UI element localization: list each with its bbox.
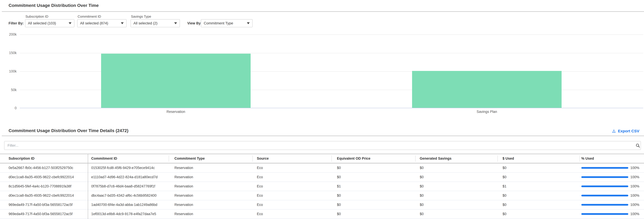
table-header-row: Subscription ID Commitment ID Commitment… bbox=[0, 154, 644, 163]
cell-dollar-used: $0 bbox=[498, 166, 580, 170]
export-csv-label: Export CSV bbox=[618, 129, 639, 133]
cell-percent-used: 100% bbox=[580, 193, 644, 197]
chevron-down-icon bbox=[247, 22, 250, 24]
usage-progress-track bbox=[581, 176, 628, 178]
savings-type-dropdown-value: All selected (2) bbox=[134, 21, 158, 25]
cell-commitment-id: 1ef0013d-e8b8-4dc9-9178-e4fa27daa7e5 bbox=[88, 212, 169, 216]
table-filter-input[interactable] bbox=[4, 141, 641, 150]
cell-generated-savings: $0 bbox=[415, 203, 498, 207]
column-header-generated-savings[interactable]: Generated Savings bbox=[415, 154, 498, 163]
commitment-usage-dashboard: Commitment Usage Distribution Over Time … bbox=[0, 0, 644, 219]
section-divider bbox=[2, 136, 644, 136]
view-by-dropdown[interactable]: Commitment Type bbox=[201, 19, 252, 27]
table-row: d0ec1ca8-8a35-4935-9622-cbefc9922014 dbc… bbox=[0, 191, 644, 200]
cell-source: Eco bbox=[252, 193, 332, 197]
filter-by-label: Filter By: bbox=[8, 21, 24, 25]
cell-subscription-id: d0ec1ca8-8a35-4935-9622-cbefc9922014 bbox=[0, 175, 88, 179]
pinned-column-divider[interactable] bbox=[88, 154, 88, 219]
export-csv-button[interactable]: Export CSV bbox=[612, 129, 639, 133]
subscription-id-dropdown[interactable]: All selected (103) bbox=[25, 19, 74, 27]
usage-progress-bar bbox=[581, 167, 628, 169]
download-icon bbox=[612, 129, 616, 133]
cell-commitment-type: Reservation bbox=[169, 175, 252, 179]
bar-chart: Reservation Savings Plan bbox=[20, 35, 643, 108]
cell-commitment-id: 1ad40700-6f4e-4a3d-abba-1ab1249a86bd bbox=[88, 203, 169, 207]
usage-progress-track bbox=[581, 204, 628, 206]
cell-dollar-used: $0 bbox=[498, 193, 580, 197]
y-axis-tick: 0 bbox=[0, 106, 16, 110]
cell-dollar-used: $0 bbox=[498, 203, 580, 207]
cell-dollar-used: $0 bbox=[498, 212, 580, 216]
usage-progress-track bbox=[581, 167, 628, 169]
cell-generated-savings: $0 bbox=[415, 166, 498, 170]
details-table: Subscription ID Commitment ID Commitment… bbox=[0, 154, 644, 219]
cell-source: Eco bbox=[252, 184, 332, 188]
cell-subscription-id: 8c1d5645-5fef-4a4c-b120-7708891fa38f bbox=[0, 184, 88, 188]
subscription-id-dropdown-label: Subscription ID bbox=[26, 15, 48, 19]
commitment-id-dropdown-label: Commitment ID bbox=[78, 15, 101, 19]
cell-commitment-type: Reservation bbox=[169, 212, 252, 216]
usage-progress-track bbox=[581, 213, 628, 215]
y-axis-tick: 100k bbox=[0, 69, 16, 73]
cell-percent-used: 100% bbox=[580, 166, 644, 170]
chevron-down-icon bbox=[121, 22, 124, 24]
column-header-commitment-id[interactable]: Commitment ID bbox=[88, 154, 169, 163]
cell-subscription-id: 969eda49-717f-4a50-bf3a-56558172ac5f bbox=[0, 212, 88, 216]
usage-percent-label: 100% bbox=[630, 166, 639, 170]
cell-source: Eco bbox=[252, 203, 332, 207]
usage-progress-bar bbox=[581, 204, 628, 206]
cell-generated-savings: $0 bbox=[415, 175, 498, 179]
x-axis-line bbox=[20, 108, 643, 108]
commitment-id-dropdown-value: All selected (874) bbox=[80, 21, 108, 25]
cell-subscription-id: 969eda49-717f-4a50-bf3a-56558172ac5f bbox=[0, 203, 88, 207]
cell-percent-used: 100% bbox=[580, 184, 644, 188]
cell-generated-savings: $0 bbox=[415, 184, 498, 188]
usage-percent-label: 100% bbox=[630, 175, 639, 179]
gridline bbox=[20, 53, 643, 53]
cell-commitment-type: Reservation bbox=[169, 184, 252, 188]
cell-percent-used: 100% bbox=[580, 203, 644, 207]
usage-percent-label: 100% bbox=[630, 184, 639, 188]
y-axis-tick: 150k bbox=[0, 51, 16, 55]
cell-equivalent-od-price: $0 bbox=[332, 203, 415, 207]
cell-subscription-id: d0ec1ca8-8a35-4935-9622-cbefc9922014 bbox=[0, 193, 88, 197]
usage-progress-bar bbox=[581, 195, 628, 196]
cell-dollar-used: $1 bbox=[498, 184, 580, 188]
column-header-subscription-id[interactable]: Subscription ID bbox=[0, 154, 88, 163]
details-title: Commitment Usage Distribution Over Time … bbox=[8, 128, 128, 133]
table-row: 969eda49-717f-4a50-bf3a-56558172ac5f 1ad… bbox=[0, 200, 644, 209]
chevron-down-icon bbox=[174, 22, 177, 24]
cell-equivalent-od-price: $1 bbox=[332, 184, 415, 188]
search-icon[interactable] bbox=[636, 143, 640, 148]
page-title: Commitment Usage Distribution Over Time bbox=[8, 3, 99, 8]
savings-type-dropdown[interactable]: All selected (2) bbox=[130, 19, 180, 27]
cell-source: Eco bbox=[252, 166, 332, 170]
column-header-percent-used[interactable]: % Used bbox=[580, 154, 644, 163]
usage-progress-bar bbox=[581, 185, 628, 187]
table-row: 8c1d5645-5fef-4a4c-b120-7708891fa38f 0f7… bbox=[0, 182, 644, 191]
cell-percent-used: 100% bbox=[580, 212, 644, 216]
y-axis-tick: 200k bbox=[0, 33, 16, 37]
savings-type-dropdown-label: Savings Type bbox=[131, 15, 151, 19]
cell-dollar-used: $0 bbox=[498, 175, 580, 179]
table-row: d0ec1ca8-8a35-4935-9622-cbefc9922014 e11… bbox=[0, 173, 644, 182]
section-divider bbox=[2, 11, 644, 12]
cell-source: Eco bbox=[252, 175, 332, 179]
cell-commitment-type: Reservation bbox=[169, 193, 252, 197]
column-header-commitment-type[interactable]: Commitment Type bbox=[169, 154, 252, 163]
cell-commitment-type: Reservation bbox=[169, 166, 252, 170]
column-header-equivalent-od-price[interactable]: Equivalent OD Price bbox=[332, 154, 415, 163]
cell-generated-savings: $0 bbox=[415, 193, 498, 197]
x-axis-label-savings-plan: Savings Plan bbox=[412, 110, 562, 114]
usage-progress-track bbox=[581, 185, 628, 187]
cell-commitment-id: dbc4aac7-bd35-4342-af6c-4c56b9582400 bbox=[88, 193, 169, 197]
bar-reservation[interactable] bbox=[101, 54, 250, 108]
table-row: 969eda49-717f-4a50-bf3a-56558172ac5f 1ef… bbox=[0, 209, 644, 219]
bar-savings-plan[interactable] bbox=[412, 71, 562, 108]
column-header-source[interactable]: Source bbox=[252, 154, 332, 163]
cell-equivalent-od-price: $0 bbox=[332, 166, 415, 170]
column-header-dollar-used[interactable]: $ Used bbox=[498, 154, 580, 163]
commitment-id-dropdown[interactable]: All selected (874) bbox=[77, 19, 126, 27]
cell-subscription-id: 0e5a2667-fb0c-4456-b127-503f2529750c bbox=[0, 166, 88, 170]
usage-percent-label: 100% bbox=[630, 203, 639, 207]
